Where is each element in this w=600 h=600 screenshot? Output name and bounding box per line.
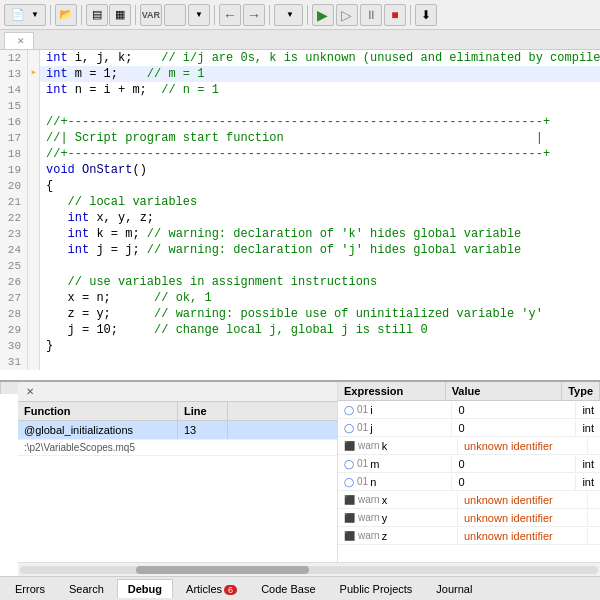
- play-outline-button[interactable]: ▷: [336, 4, 358, 26]
- watch-row[interactable]: ◯ 01 j 0 int: [338, 419, 600, 437]
- bottom-tab-journal[interactable]: Journal: [425, 579, 483, 598]
- fx-button[interactable]: [164, 4, 186, 26]
- back-button[interactable]: ←: [219, 4, 241, 26]
- line-content: int x, y, z;: [40, 210, 600, 226]
- ok-icon: ◯: [344, 405, 354, 415]
- code-line-23: 23 int k = m; // warning: declaration of…: [0, 226, 600, 242]
- watch-header: Expression Value Type: [338, 382, 600, 401]
- sep5: [269, 5, 270, 25]
- line-gutter: [28, 338, 40, 354]
- view-btn-1[interactable]: ▤: [86, 4, 108, 26]
- panel-close-button[interactable]: ✕: [22, 384, 38, 399]
- stop-button[interactable]: ■: [384, 4, 406, 26]
- formula-dropdown[interactable]: ▼: [188, 4, 210, 26]
- watch-value: unknown identifier: [458, 492, 588, 508]
- new-dropdown-icon: ▼: [31, 10, 39, 19]
- line-number: 28: [0, 306, 28, 322]
- open-button[interactable]: 📂: [55, 4, 77, 26]
- watch-row[interactable]: ⬛ warn x unknown identifier: [338, 491, 600, 509]
- header-type: Type: [562, 382, 600, 400]
- watch-row[interactable]: ⬛ warn z unknown identifier: [338, 527, 600, 545]
- bottom-tab-errors[interactable]: Errors: [4, 579, 56, 598]
- bottom-tab-debug[interactable]: Debug: [117, 579, 173, 598]
- watch-id: warn: [358, 530, 380, 541]
- line-content: // local variables: [40, 194, 600, 210]
- header-line: Line: [178, 402, 228, 420]
- horizontal-scrollbar[interactable]: [18, 562, 600, 576]
- line-gutter: [28, 50, 40, 66]
- watch-value: unknown identifier: [458, 438, 588, 454]
- tab-close-button[interactable]: ✕: [17, 36, 25, 46]
- scroll-track[interactable]: [20, 566, 598, 574]
- watch-row[interactable]: ⬛ warn k unknown identifier: [338, 437, 600, 455]
- sep6: [307, 5, 308, 25]
- compile-dropdown-icon: ▼: [286, 10, 294, 19]
- line-gutter: [28, 306, 40, 322]
- forward-button[interactable]: →: [243, 4, 265, 26]
- var-button[interactable]: VAR: [140, 4, 162, 26]
- watch-row[interactable]: ⬛ warn y unknown identifier: [338, 509, 600, 527]
- header-value: Value: [446, 382, 563, 400]
- line-number: 20: [0, 178, 28, 194]
- line-number: 24: [0, 242, 28, 258]
- line-number: 31: [0, 354, 28, 370]
- pause-button[interactable]: ⏸: [360, 4, 382, 26]
- new-button[interactable]: 📄 ▼: [4, 4, 46, 26]
- watch-row[interactable]: ◯ 01 m 0 int: [338, 455, 600, 473]
- editor-tab-variablescopes[interactable]: ✕: [4, 32, 34, 49]
- code-line-31: 31: [0, 354, 600, 370]
- watch-name: k: [382, 440, 388, 452]
- scroll-thumb[interactable]: [136, 566, 309, 574]
- callstack-row[interactable]: @global_initializations 13: [18, 421, 337, 440]
- line-number: 16: [0, 114, 28, 130]
- bottom-tab-public-projects[interactable]: Public Projects: [329, 579, 424, 598]
- code-line-30: 30}: [0, 338, 600, 354]
- code-line-25: 25: [0, 258, 600, 274]
- toolbox-label[interactable]: [0, 382, 18, 394]
- line-gutter: [28, 82, 40, 98]
- watch-type: int: [576, 456, 600, 472]
- line-gutter: [28, 210, 40, 226]
- watch-expression: ◯ 01 j: [338, 420, 452, 436]
- ok-icon: ◯: [344, 477, 354, 487]
- line-gutter: [28, 98, 40, 114]
- view-btn-2[interactable]: ▦: [109, 4, 131, 26]
- code-line-24: 24 int j = j; // warning: declaration of…: [0, 242, 600, 258]
- line-number: 26: [0, 274, 28, 290]
- line-gutter: [28, 322, 40, 338]
- sep1: [50, 5, 51, 25]
- bottom-panel: ✕ Function Line @global_initializations …: [0, 380, 600, 600]
- code-line-26: 26 // use variables in assignment instru…: [0, 274, 600, 290]
- compile-button[interactable]: ▼: [274, 4, 303, 26]
- line-number: 22: [0, 210, 28, 226]
- line-content: [40, 98, 600, 114]
- watch-expression: ⬛ warn y: [338, 510, 458, 526]
- watch-row[interactable]: ◯ 01 n 0 int: [338, 473, 600, 491]
- line-content: //+-------------------------------------…: [40, 114, 600, 130]
- panel-content: ✕ Function Line @global_initializations …: [18, 382, 600, 576]
- code-editor[interactable]: 12int i, j, k; // i/j are 0s, k is unkno…: [0, 50, 600, 380]
- bottom-tab-code-base[interactable]: Code Base: [250, 579, 326, 598]
- code-line-27: 27 x = n; // ok, 1: [0, 290, 600, 306]
- sep3: [135, 5, 136, 25]
- play-button[interactable]: ▶: [312, 4, 334, 26]
- bottom-tab-articles[interactable]: Articles6: [175, 579, 248, 598]
- code-line-14: 14int n = i + m; // n = 1: [0, 82, 600, 98]
- watch-expression: ⬛ warn k: [338, 438, 458, 454]
- line-content: j = 10; // change local j, global j is s…: [40, 322, 600, 338]
- bottom-tab-bar: ErrorsSearchDebugArticles6Code BasePubli…: [0, 576, 600, 600]
- warn-icon: ⬛: [344, 513, 355, 523]
- watch-row[interactable]: ◯ 01 i 0 int: [338, 401, 600, 419]
- download-button[interactable]: ⬇: [415, 4, 437, 26]
- line-gutter: [28, 354, 40, 370]
- watch-name: y: [382, 512, 388, 524]
- watch-id: 01: [357, 476, 368, 487]
- line-number: 27: [0, 290, 28, 306]
- bottom-tab-search[interactable]: Search: [58, 579, 115, 598]
- line-number: 21: [0, 194, 28, 210]
- line-number: 23: [0, 226, 28, 242]
- code-line-20: 20{: [0, 178, 600, 194]
- watch-expression: ⬛ warn x: [338, 492, 458, 508]
- watch-type: int: [576, 402, 600, 418]
- callstack-function: @global_initializations: [18, 421, 178, 439]
